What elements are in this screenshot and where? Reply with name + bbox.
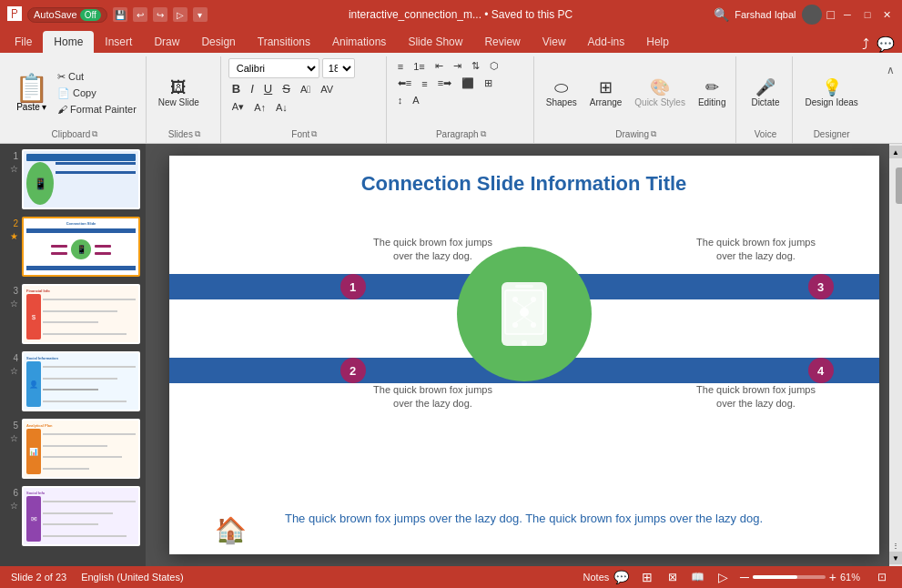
tab-draw[interactable]: Draw (143, 31, 190, 53)
undo-icon[interactable]: ↩ (133, 7, 147, 22)
bold-button[interactable]: B (228, 80, 244, 97)
tab-insert[interactable]: Insert (94, 31, 143, 53)
cut-button[interactable]: ✂ Cut (54, 69, 140, 85)
zoom-in-button[interactable]: + (829, 570, 836, 584)
slide-img-6[interactable]: Social Info ✉ (22, 486, 140, 546)
slideshow-button[interactable]: ▷ (715, 568, 733, 586)
normal-view-button[interactable]: ⊞ (638, 568, 656, 586)
slide-img-3[interactable]: Financial Info $ (22, 284, 140, 344)
slide-thumb-3[interactable]: 3 ☆ Financial Info $ (4, 282, 142, 346)
save-icon[interactable]: 💾 (113, 7, 127, 22)
shadow-button[interactable]: A⃞ (297, 82, 314, 96)
text-direction-button[interactable]: ⇅ (468, 58, 483, 74)
close-btn[interactable]: ✕ (880, 7, 895, 22)
slide-img-1[interactable]: 📱 (22, 149, 140, 209)
collapse-ribbon-button[interactable]: ∧ (883, 60, 898, 80)
charspace-button[interactable]: AV (317, 82, 337, 96)
font-size-increase[interactable]: A↑ (250, 100, 269, 115)
slide-sorter-button[interactable]: ⊠ (664, 568, 682, 586)
reading-view-button[interactable]: 📖 (689, 568, 707, 586)
copy-button[interactable]: 📄 Copy (54, 86, 140, 101)
quick-styles-button[interactable]: 🎨 Quick Styles (630, 76, 690, 110)
scroll-down-button[interactable]: ▼ (889, 552, 902, 564)
underline-button[interactable]: U (260, 80, 276, 97)
bottom-text: The quick brown fox jumps over the lazy … (224, 510, 825, 528)
search-icon[interactable]: 🔍 (714, 7, 729, 22)
drawing-expand-icon[interactable]: ⧉ (651, 129, 656, 139)
new-slide-button[interactable]: 🖼 New Slide (154, 76, 204, 110)
ribbon-display-icon[interactable]: □ (827, 7, 835, 22)
font-expand-icon[interactable]: ⧉ (311, 129, 317, 139)
slide-canvas[interactable]: Connection Slide Information Title (169, 156, 879, 554)
format-painter-button[interactable]: 🖌 Format Painter (54, 102, 140, 117)
scroll-up-button[interactable]: ▲ (889, 146, 902, 158)
slide-thumb-5[interactable]: 5 ☆ Analytical Plan 📊 (4, 417, 142, 481)
font-family-selector[interactable]: Calibri (228, 58, 319, 78)
numbered-list-button[interactable]: 1≡ (410, 58, 429, 74)
arrange-button[interactable]: ⊞ Arrange (585, 76, 627, 110)
paragraph-expand-icon[interactable]: ⧉ (481, 129, 486, 139)
line-spacing-button[interactable]: ↕ (394, 93, 407, 107)
font-color-button[interactable]: A▾ (228, 99, 248, 115)
clipboard-expand-icon[interactable]: ⧉ (92, 129, 97, 139)
paste-icon: 📋 (15, 75, 48, 102)
font-size-selector[interactable]: 18 (322, 58, 355, 78)
slide-thumb-6[interactable]: 6 ☆ Social Info ✉ (4, 484, 142, 548)
indent-decrease-button[interactable]: ⇤ (431, 58, 447, 74)
shapes-button[interactable]: ⬭ Shapes (542, 76, 582, 110)
more-icon[interactable]: ▾ (193, 7, 208, 22)
tab-review[interactable]: Review (473, 31, 531, 53)
tab-design[interactable]: Design (190, 31, 246, 53)
smartart-convert-button[interactable]: ⬡ (486, 58, 502, 74)
tab-view[interactable]: View (532, 31, 577, 53)
tab-addins[interactable]: Add-ins (577, 31, 636, 53)
ribbon-tabs: File Home Insert Draw Design Transitions… (0, 29, 902, 53)
autosave-toggle[interactable]: Off (80, 9, 101, 21)
tab-file[interactable]: File (4, 31, 43, 53)
slides-expand-icon[interactable]: ⧉ (195, 129, 200, 139)
zoom-out-button[interactable]: ─ (740, 570, 749, 584)
fit-slide-button[interactable]: ⊡ (873, 568, 891, 586)
bullet-list-button[interactable]: ≡ (394, 58, 407, 74)
connection-dot-2: 2 (340, 358, 366, 383)
svg-point-3 (522, 340, 527, 346)
slide-img-5[interactable]: Analytical Plan 📊 (22, 419, 140, 479)
dictate-button[interactable]: 🎤 Dictate (746, 76, 784, 110)
tab-home[interactable]: Home (43, 31, 94, 53)
font-size-decrease[interactable]: A↓ (272, 100, 291, 115)
align-right-button[interactable]: ≡➡ (434, 76, 455, 91)
scroll-arrows-bottom[interactable]: ⋮ (892, 539, 899, 552)
paste-dropdown-icon[interactable]: ▾ (42, 102, 46, 112)
strikethrough-button[interactable]: S (279, 80, 294, 97)
zoom-slider[interactable] (753, 575, 826, 579)
editing-button[interactable]: ✏ Editing (694, 76, 731, 110)
tab-slideshow[interactable]: Slide Show (397, 31, 473, 53)
ribbon-share-icon[interactable]: ⤴ (862, 36, 869, 53)
indent-increase-button[interactable]: ⇥ (450, 58, 465, 74)
column-button[interactable]: ⊞ (481, 76, 496, 91)
ribbon-comment-icon[interactable]: 💬 (877, 35, 895, 53)
justify-button[interactable]: ⬛ (458, 76, 478, 91)
tab-help[interactable]: Help (635, 31, 680, 53)
text-shadow-button[interactable]: A (409, 93, 422, 107)
slide-img-2[interactable]: Connection Slide 📱 (22, 217, 140, 277)
italic-button[interactable]: I (247, 80, 258, 97)
notes-button[interactable]: Notes (587, 568, 605, 586)
slide-thumb-2[interactable]: 2 ★ Connection Slide 📱 (4, 215, 142, 279)
tab-transitions[interactable]: Transitions (247, 31, 321, 53)
slide-img-4[interactable]: Social Information 👤 (22, 351, 140, 411)
autosave-control[interactable]: AutoSave Off (27, 7, 107, 23)
slide-thumb-4[interactable]: 4 ☆ Social Information 👤 (4, 350, 142, 413)
comments-button[interactable]: 💬 (613, 568, 631, 586)
align-center-button[interactable]: ≡ (418, 76, 431, 91)
maximize-btn[interactable]: □ (860, 7, 875, 22)
present-icon[interactable]: ▷ (173, 7, 187, 22)
slide-thumb-1[interactable]: 1 ☆ 📱 (4, 147, 142, 211)
align-left-button[interactable]: ⬅≡ (394, 76, 415, 91)
tab-animations[interactable]: Animations (321, 31, 397, 53)
redo-icon[interactable]: ↪ (153, 7, 167, 22)
paste-button[interactable]: 📋 Paste ▾ (9, 73, 54, 114)
minimize-btn[interactable]: ─ (840, 7, 855, 22)
design-ideas-button[interactable]: 💡 Design Ideas (800, 76, 862, 110)
scroll-thumb[interactable] (896, 167, 902, 204)
